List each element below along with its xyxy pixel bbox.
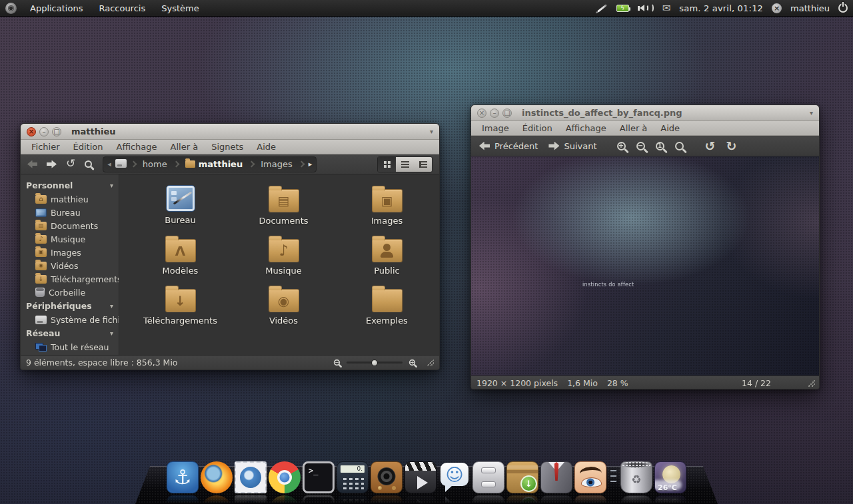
fm-menu-edition[interactable]: Édition [68,141,109,152]
sidebar-item-systeme-de-fichi[interactable]: Système de fichi... [21,313,119,326]
rotate-left-button[interactable]: ↺ [705,140,716,152]
dock-trash[interactable] [620,461,652,504]
mail-icon[interactable]: ✉ [662,3,671,13]
file-musique[interactable]: Musique [232,235,335,285]
suivant-button[interactable]: Suivant [548,141,596,151]
panel-menu-systeme[interactable]: Système [160,2,200,15]
breadcrumb-scroll-left-icon[interactable]: ◂ [107,160,111,168]
dock-calculator[interactable]: 0.0. [337,461,369,504]
zoom-slider[interactable] [347,362,403,364]
eog-menu-aller-a[interactable]: Aller à [614,123,653,134]
stylus-icon[interactable] [597,4,607,13]
dock-audio-player[interactable] [371,461,403,504]
search-icon[interactable] [85,160,92,168]
close-button[interactable]: × [477,109,486,118]
zoom-fit-button[interactable] [675,142,684,150]
fm-menu-affichage[interactable]: Affichage [111,141,162,152]
sidebar-item-corbeille[interactable]: Corbeille [21,286,119,299]
breadcrumb-images[interactable]: Images [259,158,295,170]
maximize-button[interactable]: □ [502,109,512,118]
dock-video-player[interactable] [405,461,436,504]
icon-view-button[interactable] [378,157,396,172]
panel-menu-applications[interactable]: Applications [29,2,84,15]
fm-menu-aide[interactable]: Aide [251,141,281,152]
sidebar-item-matthieu[interactable]: matthieu [21,192,119,206]
compact-view-button[interactable] [414,157,432,172]
sidebar-item-images[interactable]: Images [21,246,119,259]
download-emblem-icon [166,290,195,312]
zoom-original-button[interactable] [656,142,664,150]
breadcrumb-scroll-right-icon[interactable]: ▸ [309,160,313,168]
clock[interactable]: sam. 2 avril, 01:12 [679,3,763,13]
eog-menu-image[interactable]: Image [476,123,514,134]
rotate-right-button[interactable]: ↻ [726,140,736,152]
sidebar-section-personnel[interactable]: Personnel▾ [21,178,119,192]
file-modeles[interactable]: Modèles [129,235,232,285]
file-documents[interactable]: Documents [232,185,335,235]
zoom-in-icon[interactable]: + [409,360,415,366]
sidebar-item-musique[interactable]: Musique [21,232,119,246]
breadcrumb-matthieu[interactable]: matthieu [183,158,245,170]
dock-terminal[interactable]: >_>_ [303,461,335,504]
breadcrumb-root-filesystem[interactable] [115,158,127,170]
ubuntu-logo-icon[interactable] [5,3,17,14]
fm-menu-aller-a[interactable]: Aller à [165,141,204,152]
sidebar-section-peripheriques[interactable]: Périphériques▾ [21,299,119,313]
eog-menu-affichage[interactable]: Affichage [560,123,612,134]
dock-package-manager[interactable] [506,461,538,504]
file-public[interactable]: Public [335,235,438,285]
window-menu-arrow-icon[interactable]: ▾ [810,109,813,117]
list-view-button[interactable] [396,157,414,172]
file-exemples[interactable]: Exemples [335,285,438,335]
precedent-button[interactable]: Précédent [479,141,538,151]
fm-menu-fichier[interactable]: Fichier [26,141,65,152]
back-button[interactable] [27,160,37,168]
sidebar-item-bureau[interactable]: Bureau [21,206,119,219]
dock-chrome[interactable] [269,461,301,504]
volume-icon[interactable] [638,3,654,13]
file-telechargements[interactable]: Téléchargements [129,285,232,335]
zoom-in-button[interactable] [617,142,626,150]
file-bureau[interactable]: Bureau [129,185,232,235]
presence-offline-icon[interactable]: × [772,3,782,13]
dock-firefox[interactable] [201,461,233,504]
resize-grip[interactable] [808,380,815,387]
dock-docky-anchor[interactable] [167,461,199,504]
fm-titlebar[interactable]: × – □ matthieu ▾ [21,124,439,140]
zoom-out-icon[interactable]: − [334,360,340,366]
eog-menu-edition[interactable]: Édition [517,123,558,134]
zoom-slider-thumb[interactable] [371,360,378,366]
breadcrumb-home[interactable]: home [141,158,169,170]
resize-grip[interactable] [427,360,434,366]
minimize-button[interactable]: – [490,109,499,118]
username-menu[interactable]: matthieu [790,3,830,13]
eog-menu-aide[interactable]: Aide [655,123,685,134]
refresh-icon[interactable]: ↺ [66,158,75,169]
dock-separator [608,461,618,504]
panel-menu-raccourcis[interactable]: Raccourcis [97,2,147,15]
file-images[interactable]: Images [335,185,438,235]
fm-menu-signets[interactable]: Signets [206,141,249,152]
sidebar-item-tout-le-reseau[interactable]: Tout le réseau [21,340,119,354]
image-canvas[interactable]: instincts do affect [471,156,819,376]
dock-eye[interactable] [574,461,606,504]
battery-charging-icon[interactable]: ϟ [616,5,629,12]
zoom-out-button[interactable] [636,142,645,150]
window-menu-arrow-icon[interactable]: ▾ [430,128,433,135]
dock-weather[interactable]: 26°C26°C [654,461,686,504]
close-button[interactable]: × [27,127,36,136]
eog-titlebar[interactable]: × – □ instincts_do_affect_by_fancq.png ▾ [471,105,819,121]
dock-suit[interactable] [540,461,572,504]
sidebar-item-telechargements[interactable]: Téléchargements [21,272,119,286]
power-icon[interactable] [838,3,848,13]
forward-button[interactable] [47,160,57,168]
dock-file-cabinet[interactable] [472,461,504,504]
sidebar-item-videos[interactable]: Vidéos [21,259,119,272]
dock-thunderbird[interactable] [235,461,267,504]
file-videos[interactable]: Vidéos [232,285,335,335]
dock-messenger[interactable] [438,461,470,504]
sidebar-item-documents[interactable]: Documents [21,219,119,232]
maximize-button[interactable]: □ [52,127,61,136]
sidebar-section-reseau[interactable]: Réseau▾ [21,326,119,340]
minimize-button[interactable]: – [39,127,49,136]
